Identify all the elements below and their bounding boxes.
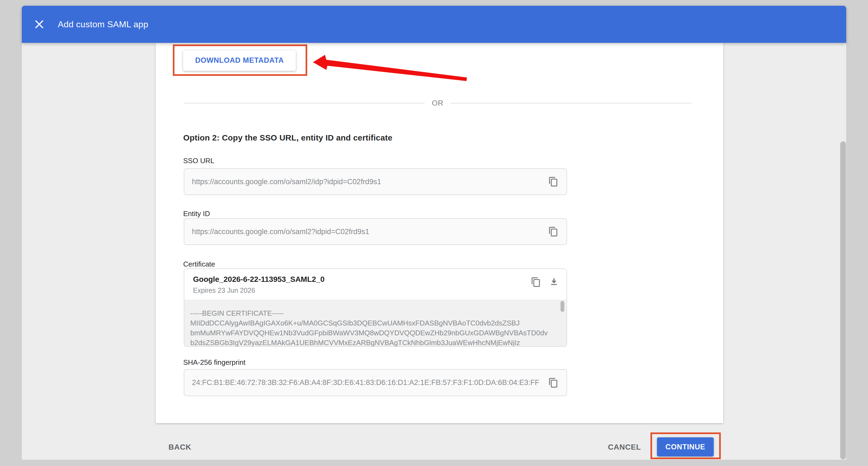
sha256-label: SHA-256 fingerprint (183, 358, 245, 367)
divider-line-right (451, 103, 692, 104)
download-metadata-button[interactable]: DOWNLOAD METADATA (183, 50, 296, 71)
cancel-button[interactable]: CANCEL (608, 439, 641, 455)
dialog-title: Add custom SAML app (58, 19, 148, 29)
or-divider: OR (184, 97, 692, 109)
entity-id-label: Entity ID (183, 209, 210, 218)
saml-dialog: Add custom SAML app DOWNLOAD METADATA OR… (22, 6, 846, 460)
sha256-value: 24:FC:B1:BE:46:72:78:3B:32:F6:AB:A4:8F:3… (192, 378, 539, 387)
certificate-expiry: Expires 23 Jun 2026 (193, 287, 255, 294)
certificate-pem-line: bmMuMRYwFAYDVQQHEw1Nb3VudGFpbiBWaWV3MQ8w… (190, 328, 550, 338)
option2-heading: Option 2: Copy the SSO URL, entity ID an… (183, 133, 392, 142)
certificate-header: Google_2026-6-22-113953_SAML2_0 Expires … (184, 269, 566, 299)
copy-icon (548, 227, 559, 237)
entity-id-copy-button[interactable] (548, 226, 559, 238)
certificate-pem-body[interactable]: -----BEGIN CERTIFICATE----- MIIDdDCCAlyg… (184, 299, 566, 346)
certificate-scrollbar[interactable] (560, 301, 564, 312)
continue-button[interactable]: CONTINUE (657, 437, 714, 457)
back-button[interactable]: BACK (168, 439, 191, 455)
copy-icon (548, 177, 559, 187)
certificate-card: Google_2026-6-22-113953_SAML2_0 Expires … (184, 268, 567, 347)
certificate-copy-button[interactable] (530, 276, 542, 288)
entity-id-field[interactable]: https://accounts.google.com/o/saml2?idpi… (184, 218, 567, 245)
certificate-label: Certificate (183, 260, 215, 268)
sso-url-copy-button[interactable] (548, 176, 559, 188)
screen: { "window": { "title": "Add custom SAML … (0, 0, 868, 466)
certificate-download-button[interactable] (548, 276, 560, 288)
sso-url-label: SSO URL (183, 156, 214, 165)
certificate-pem-line: -----BEGIN CERTIFICATE----- (190, 308, 550, 318)
entity-id-value: https://accounts.google.com/o/saml2?idpi… (192, 228, 369, 236)
dialog-header: Add custom SAML app (22, 6, 846, 43)
sso-url-value: https://accounts.google.com/o/saml2/idp?… (192, 178, 381, 186)
certificate-pem-line: MIIDdDCCAlygAwIBAgIGAXo6K+u/MA0GCSqGSIb3… (190, 318, 550, 328)
download-icon (549, 277, 559, 287)
divider-line-left (184, 103, 425, 104)
sso-url-field[interactable]: https://accounts.google.com/o/saml2/idp?… (184, 168, 567, 195)
dialog-body-card: DOWNLOAD METADATA OR Option 2: Copy the … (156, 43, 723, 423)
close-button[interactable] (33, 18, 46, 31)
close-icon (33, 18, 45, 31)
sha256-copy-button[interactable] (548, 377, 559, 389)
or-label: OR (432, 99, 443, 108)
sha256-field[interactable]: 24:FC:B1:BE:46:72:78:3B:32:F6:AB:A4:8F:3… (184, 369, 567, 396)
page-scrollbar-thumb[interactable] (840, 141, 846, 460)
copy-icon (548, 378, 559, 388)
certificate-pem-line: b2dsZSBGb3IgV29yazELMAkGA1UEBhMCVVMxEzAR… (190, 338, 550, 346)
copy-icon (531, 277, 541, 287)
certificate-name: Google_2026-6-22-113953_SAML2_0 (193, 275, 325, 284)
